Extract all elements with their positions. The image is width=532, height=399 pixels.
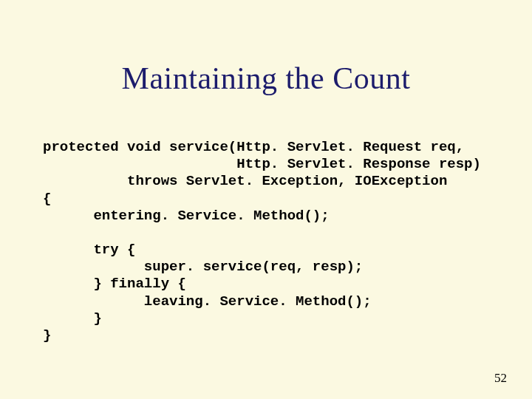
code-line: } finally {	[43, 276, 186, 292]
code-line: }	[43, 310, 102, 327]
page-number: 52	[494, 371, 507, 386]
code-line: try {	[43, 242, 135, 258]
code-line: entering. Service. Method();	[43, 208, 330, 224]
code-line: super. service(req, resp);	[43, 259, 363, 275]
code-line: throws Servlet. Exception, IOException	[43, 173, 447, 189]
code-line: {	[43, 191, 51, 207]
code-line: leaving. Service. Method();	[43, 293, 372, 310]
code-block: protected void service(Http. Servlet. Re…	[43, 139, 481, 344]
code-line: protected void service(Http. Servlet. Re…	[43, 139, 464, 155]
code-line: Http. Servlet. Response resp)	[43, 156, 481, 172]
code-line: }	[43, 327, 51, 344]
slide: Maintaining the Count protected void ser…	[0, 0, 532, 399]
slide-title: Maintaining the Count	[0, 61, 532, 96]
